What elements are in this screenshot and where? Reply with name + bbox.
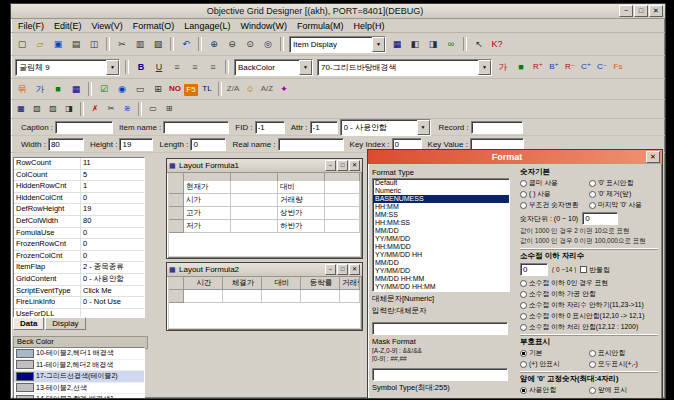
format-type-item[interactable]: YY/MM/DD xyxy=(373,235,509,243)
zoom-out-icon[interactable]: ⊖ xyxy=(224,37,240,51)
combo-control-icon[interactable]: ⊞ xyxy=(150,82,166,96)
swatch-icon[interactable]: ■ xyxy=(50,82,66,96)
column-header[interactable]: 대비 xyxy=(262,277,301,290)
option-decimal-3[interactable]: 소수점 이하 0 표시안함(12,10 -> 12,1) xyxy=(520,311,658,321)
menu-formula[interactable]: Formula(M) xyxy=(292,21,349,31)
c-minus-icon[interactable]: C⁻ xyxy=(595,60,609,74)
close-icon[interactable]: ✕ xyxy=(646,151,660,163)
cut-icon[interactable]: ✂ xyxy=(114,37,130,51)
format-type-item[interactable]: YY/MM/DD HH xyxy=(373,251,509,259)
zoom-reset-icon[interactable]: ⊙ xyxy=(242,37,258,51)
char-icon[interactable]: 가 xyxy=(32,82,48,96)
alt-char-input[interactable] xyxy=(372,322,508,335)
chevron-down-icon[interactable]: ▼ xyxy=(299,60,312,75)
option-sign-no-plus[interactable]: (+) 안표시 xyxy=(520,359,589,369)
property-value[interactable]: 11 xyxy=(81,158,144,169)
property-value[interactable]: Click Me xyxy=(81,286,144,297)
grid-cell[interactable]: 대비 xyxy=(278,181,325,194)
property-row[interactable]: DefColWidth80 xyxy=(14,216,144,228)
option-sign-show-all[interactable]: 모두표시(+,-) xyxy=(589,359,658,369)
format-type-item[interactable]: YY/MM/DD HH:MM xyxy=(373,283,509,291)
item-name-input[interactable] xyxy=(163,121,229,134)
option-decimal-1[interactable]: 소수점 이하 가공 안함 xyxy=(520,289,658,299)
checkbox-control-icon[interactable]: ☑ xyxy=(96,82,112,96)
property-row[interactable]: DefRowHeight19 xyxy=(14,204,144,216)
new-file-icon[interactable]: ▢ xyxy=(14,37,30,51)
menu-format[interactable]: Format(O) xyxy=(128,21,180,31)
button-control-icon[interactable]: ▭ xyxy=(132,82,148,96)
grid-row[interactable]: 현재가대비 xyxy=(169,181,360,194)
option-leading-zero-on[interactable]: 앞에 표시 xyxy=(589,385,658,395)
property-row[interactable]: HiddenRowCnt1 xyxy=(14,181,144,193)
format-type-item[interactable]: HH:MM xyxy=(373,203,509,211)
grid-cell[interactable] xyxy=(184,290,223,303)
format-type-item[interactable]: HH:MM/DD xyxy=(373,243,509,251)
mdi-titlebar[interactable]: ▦ Layout Formula1 − □ ✕ xyxy=(167,159,362,173)
menu-file[interactable]: File(F) xyxy=(13,21,49,31)
palette-icon[interactable]: ■ xyxy=(513,60,529,74)
align-left-icon[interactable]: ≡ xyxy=(169,60,185,74)
maximize-button[interactable]: □ xyxy=(337,264,348,275)
zoom-fit-icon[interactable]: ◎ xyxy=(260,37,276,51)
column-header[interactable]: 거래량 xyxy=(340,277,360,290)
tl-icon[interactable]: TL xyxy=(200,82,214,96)
property-value[interactable]: 0 - Not Use xyxy=(81,297,144,308)
option-last-zero[interactable]: 마지막 '0' 사용 xyxy=(589,200,658,210)
item-display-combo[interactable]: Item Display ▼ xyxy=(289,36,386,53)
save-icon[interactable]: ▣ xyxy=(50,37,66,51)
combo-control-icon[interactable]: ⊞ xyxy=(162,102,176,116)
grid-row[interactable]: 고가상반가 xyxy=(169,207,360,220)
menu-window[interactable]: Window(W) xyxy=(235,21,292,31)
maximize-button[interactable]: □ xyxy=(337,160,348,171)
r-plus-icon[interactable]: R⁺ xyxy=(531,60,545,74)
titlebar[interactable]: Objective Grid Designer [(akh), PORT=840… xyxy=(11,4,665,19)
cut-cells-icon[interactable]: ✂ xyxy=(104,102,118,116)
property-value[interactable]: 0 xyxy=(81,251,144,262)
maximize-button[interactable]: □ xyxy=(634,5,648,17)
property-row[interactable]: RowCount11 xyxy=(14,158,144,170)
option-decimal-4[interactable]: 소수점 이하 처리 안함(12,12 : 1200) xyxy=(520,322,658,332)
no-icon[interactable]: NO xyxy=(168,82,182,96)
sort-za-icon[interactable]: Z/A xyxy=(226,82,240,96)
option-decimal-2[interactable]: 소수점 이하 자리수 안하기(11,23->11) xyxy=(520,300,658,310)
format-dialog-titlebar[interactable]: Format ✕ xyxy=(368,150,662,164)
option-no-zero-display[interactable]: '0' 표시안함 xyxy=(589,178,658,188)
font-combo[interactable]: 굴림체 9 ▼ xyxy=(15,59,120,76)
formula2-grid[interactable]: 시간체결가대비등락률거래량 xyxy=(169,277,360,328)
column-header[interactable]: 체결가 xyxy=(223,277,262,290)
format-type-item[interactable]: Numeric xyxy=(373,187,509,195)
option-parentheses[interactable]: ( ) 사용 xyxy=(520,189,589,199)
mdi-titlebar[interactable]: ▦ Layout Formula2 − □ ✕ xyxy=(167,263,362,277)
option-strip-leading-zero[interactable]: '0' 제거(앞) xyxy=(589,189,658,199)
grid-cell[interactable] xyxy=(223,290,262,303)
mask-format-input[interactable] xyxy=(372,368,508,381)
format-type-item[interactable]: MM:SS xyxy=(373,211,509,219)
property-row[interactable]: FireLinkInfo0 - Not Use xyxy=(14,297,144,309)
grid-icon[interactable]: ▦ xyxy=(389,37,405,51)
back-color-item[interactable]: 13-테이블2,선색 xyxy=(14,383,144,395)
f5-icon[interactable]: F5 xyxy=(184,84,198,96)
grid-cell[interactable]: 현재가 xyxy=(184,181,231,194)
length-input[interactable] xyxy=(190,138,226,151)
back-color-item[interactable]: 11-테이블2,헤더2 배경색 xyxy=(14,360,144,372)
b-plus-icon[interactable]: B⁺ xyxy=(547,60,561,74)
property-value[interactable]: 5 xyxy=(81,170,144,181)
column-header[interactable]: 시간 xyxy=(184,277,223,290)
property-row[interactable]: ItemFlap2 - 종목종류 xyxy=(14,262,144,274)
back-color-item[interactable]: 14-테이블2,합계 배경색1 xyxy=(14,394,144,399)
chevron-down-icon[interactable]: ▼ xyxy=(417,120,430,135)
attr-input[interactable] xyxy=(310,121,338,134)
help-pointer-icon[interactable]: ↖ xyxy=(471,37,487,51)
print-preview-icon[interactable]: ◫ xyxy=(86,37,102,51)
property-value[interactable]: 1 xyxy=(81,181,144,192)
property-value[interactable]: 2 - 종목종류 xyxy=(81,262,144,273)
menu-langage[interactable]: Langage(L) xyxy=(179,21,235,31)
cell-grid-icon[interactable]: ▦ xyxy=(14,102,28,116)
grid-cell[interactable]: 고가 xyxy=(184,207,231,220)
property-value[interactable]: 0 xyxy=(81,228,144,239)
grid-color-combo[interactable]: 70-그리드바탕배경색 ▼ xyxy=(317,59,492,76)
chevron-down-icon[interactable]: ▼ xyxy=(106,60,119,75)
close-button[interactable]: ✕ xyxy=(649,5,663,17)
grid-cell[interactable] xyxy=(231,220,278,233)
merge-icon[interactable]: ◨ xyxy=(62,102,76,116)
